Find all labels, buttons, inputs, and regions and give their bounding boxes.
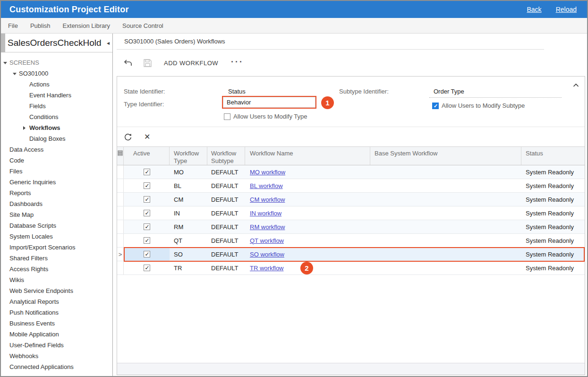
row-selector-cell[interactable] — [117, 220, 124, 233]
splitter-handle[interactable] — [1, 34, 5, 52]
more-options-icon[interactable]: ··· — [231, 57, 244, 69]
reload-link[interactable]: Reload — [556, 6, 577, 13]
collapse-sidebar-icon[interactable]: ◂ — [104, 40, 112, 46]
table-row[interactable]: MO DEFAULT MO workflow System Readonly — [117, 165, 585, 179]
sidebar-tree-item[interactable]: Data Access — [1, 144, 112, 155]
tree-item-label: Web Service Endpoints — [9, 287, 73, 294]
tree-expand-icon[interactable] — [3, 62, 7, 64]
save-icon[interactable] — [143, 59, 152, 68]
row-selector-cell[interactable] — [117, 165, 124, 179]
active-checkbox[interactable] — [144, 223, 150, 230]
sidebar-tree-item[interactable]: Push Notifications — [1, 307, 112, 318]
sidebar-tree-item[interactable]: SO301000 — [1, 68, 112, 79]
active-cell — [124, 220, 170, 233]
sidebar-tree-item[interactable]: Dashboards — [1, 198, 112, 209]
table-row[interactable]: QT DEFAULT QT workflow System Readonly — [117, 234, 585, 248]
sidebar-tree-item[interactable]: Dialog Boxes — [1, 133, 112, 144]
sidebar-tree-item[interactable]: Generic Inquiries — [1, 177, 112, 188]
workflow-name-link[interactable]: SO workflow — [250, 251, 284, 258]
menu-file[interactable]: File — [8, 22, 18, 29]
subtype-identifier-value[interactable]: Order Type — [429, 88, 562, 98]
page-title: SO301000 (Sales Orders) Workflows — [124, 38, 225, 45]
sidebar-tree-item[interactable]: Database Scripts — [1, 220, 112, 231]
sidebar-tree-item[interactable]: Webhooks — [1, 351, 112, 361]
workflow-name-link[interactable]: CM workflow — [250, 196, 285, 203]
sidebar-tree-item[interactable]: System Locales — [1, 231, 112, 242]
sidebar-tree-item[interactable]: Conditions — [1, 111, 112, 122]
sidebar-tree-item[interactable]: Reports — [1, 188, 112, 198]
tree-expand-icon[interactable] — [23, 126, 26, 130]
active-checkbox[interactable] — [144, 210, 150, 216]
column-header-active[interactable]: Active — [124, 147, 170, 165]
sidebar-tree-item[interactable]: Web Service Endpoints — [1, 285, 112, 296]
base-system-workflow-cell — [370, 165, 521, 179]
table-row[interactable]: CM DEFAULT CM workflow System Readonly — [117, 193, 585, 206]
sidebar-tree-item[interactable]: Files — [1, 166, 112, 177]
add-workflow-button[interactable]: ADD WORKFLOW — [164, 60, 218, 67]
allow-modify-subtype-checkbox[interactable]: Allow Users to Modify Subtype — [432, 102, 525, 109]
back-link[interactable]: Back — [527, 6, 542, 13]
active-checkbox[interactable] — [144, 265, 150, 271]
table-row[interactable]: RM DEFAULT RM workflow System Readonly — [117, 220, 585, 234]
workflow-name-link[interactable]: IN workflow — [250, 210, 281, 217]
menu-source-control[interactable]: Source Control — [122, 22, 163, 29]
column-header-base-system-workflow[interactable]: Base System Workflow — [370, 147, 521, 165]
table-row[interactable]: TR DEFAULT TR workflow System Readonly — [117, 261, 585, 275]
sidebar-tree-item[interactable]: Connected Applications — [1, 361, 112, 372]
row-selector-cell[interactable]: > — [117, 248, 124, 261]
refresh-icon[interactable] — [124, 133, 132, 141]
row-selector-cell[interactable] — [117, 234, 124, 247]
active-checkbox[interactable] — [144, 251, 150, 257]
workflow-name-link[interactable]: TR workflow — [250, 265, 284, 272]
menu-extension-library[interactable]: Extension Library — [63, 22, 110, 29]
sidebar-tree-item[interactable]: Analytical Reports — [1, 296, 112, 307]
sidebar-tree-item[interactable]: Shared Filters — [1, 253, 112, 264]
row-selector-cell[interactable] — [117, 179, 124, 192]
checkbox-icon[interactable] — [432, 103, 439, 109]
allow-modify-type-checkbox[interactable]: Allow Users to Modify Type — [224, 113, 307, 120]
active-checkbox[interactable] — [144, 196, 150, 203]
workflow-name-link[interactable]: QT workflow — [250, 237, 284, 244]
sidebar-tree-item[interactable]: Code — [1, 155, 112, 166]
sidebar-tree-item[interactable]: Access Rights — [1, 264, 112, 274]
table-row[interactable]: BL DEFAULT BL workflow System Readonly — [117, 179, 585, 193]
sidebar-tree-item[interactable]: Mobile Application — [1, 329, 112, 340]
base-system-workflow-cell — [370, 248, 521, 261]
sidebar-tree-item[interactable]: SCREENS — [1, 57, 112, 68]
workflow-name-link[interactable]: RM workflow — [250, 223, 285, 231]
sidebar-tree-item[interactable]: Import/Export Scenarios — [1, 242, 112, 253]
type-identifier-field[interactable]: Behavior — [223, 97, 315, 108]
active-checkbox[interactable] — [144, 182, 150, 189]
active-checkbox[interactable] — [144, 169, 150, 175]
tree-expand-icon[interactable] — [13, 73, 17, 75]
sidebar-tree-item[interactable]: Event Handlers — [1, 90, 112, 101]
column-header-workflow-type[interactable]: Workflow Type — [170, 147, 207, 165]
table-row[interactable]: IN DEFAULT IN workflow System Readonly — [117, 206, 585, 220]
sidebar-tree-item[interactable]: Workflows — [1, 122, 112, 133]
workflow-summary-form: State Identifier: Status Type Identifier… — [117, 77, 585, 127]
table-row[interactable]: > SO DEFAULT SO workflow System Readonly — [117, 248, 585, 261]
menu-publish[interactable]: Publish — [30, 22, 51, 29]
clear-filter-icon[interactable]: ✕ — [144, 133, 150, 141]
column-header-workflow-subtype[interactable]: Workflow Subtype — [207, 147, 245, 165]
sidebar-tree-item[interactable]: User-Defined Fields — [1, 340, 112, 351]
tree-item-label: Workflows — [29, 124, 60, 131]
undo-icon[interactable] — [123, 58, 133, 68]
annotation-badge-2: 2 — [300, 262, 313, 274]
workflow-name-link[interactable]: BL workflow — [250, 182, 283, 189]
row-selector-cell[interactable] — [117, 206, 124, 220]
row-selector-cell[interactable] — [117, 261, 124, 274]
sidebar-tree-item[interactable]: Wikis — [1, 274, 112, 285]
sidebar-tree-item[interactable]: Actions — [1, 79, 112, 90]
collapse-panel-icon[interactable] — [573, 82, 579, 89]
active-checkbox[interactable] — [144, 237, 150, 244]
row-selector-cell[interactable] — [117, 193, 124, 206]
sidebar-tree-item[interactable]: Fields — [1, 101, 112, 111]
column-header-status[interactable]: Status — [521, 147, 585, 165]
column-header-workflow-name[interactable]: Workflow Name — [245, 147, 370, 165]
sidebar-tree-item[interactable]: Business Events — [1, 318, 112, 329]
row-settings-icon[interactable] — [117, 147, 124, 165]
sidebar-tree-item[interactable]: Site Map — [1, 209, 112, 220]
workflow-name-link[interactable]: MO workflow — [250, 169, 285, 176]
checkbox-icon[interactable] — [224, 113, 230, 120]
